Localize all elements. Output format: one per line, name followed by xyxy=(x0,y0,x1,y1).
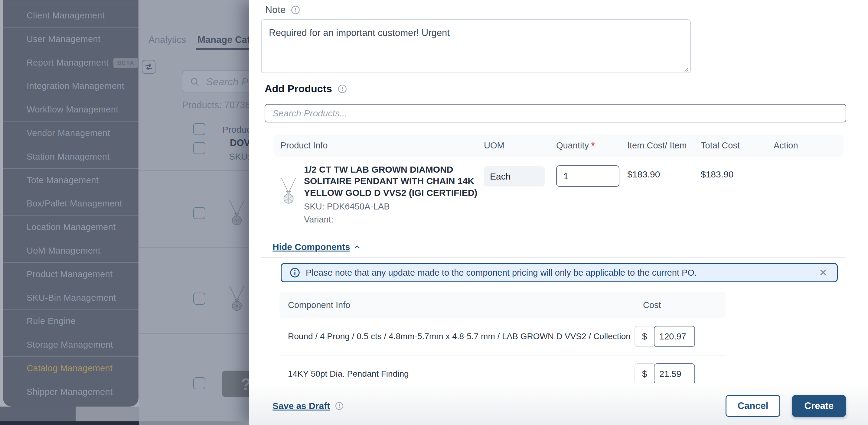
tab-analytics[interactable]: Analytics xyxy=(149,34,186,45)
sidebar-item-uom-management[interactable]: UoM Management xyxy=(3,239,138,262)
background-search-input[interactable]: Search Prod xyxy=(182,70,249,93)
active-tab-underline xyxy=(196,48,249,50)
currency-prefix: $ xyxy=(634,363,654,385)
sidebar-item-product-management[interactable]: Product Management xyxy=(3,262,138,286)
quantity-input[interactable] xyxy=(556,165,619,187)
row-checkbox[interactable] xyxy=(193,377,205,389)
sidebar-item-box-pallet-management[interactable]: Box/Pallet Management xyxy=(3,192,138,215)
product-image xyxy=(280,178,297,205)
missing-image-placeholder: ? xyxy=(222,370,249,397)
swap-arrows-icon xyxy=(144,62,153,71)
select-all-checkbox[interactable] xyxy=(193,123,205,135)
background-column-product: Produc xyxy=(222,125,249,135)
sidebar-item-label: Report Management xyxy=(27,58,108,67)
info-icon[interactable] xyxy=(338,84,347,94)
notice-text: Please note that any update made to the … xyxy=(306,268,817,278)
cancel-button[interactable]: Cancel xyxy=(725,395,780,417)
app-root: Client Management User Management Report… xyxy=(0,0,868,425)
components-table-header: Component Info Cost xyxy=(279,292,725,318)
column-total-cost: Total Cost xyxy=(695,140,768,151)
uom-value: Each xyxy=(484,166,545,187)
sidebar-item-storage-management[interactable]: Storage Management xyxy=(3,333,138,356)
page-background: Analytics Manage Catalog Search Prod Pro… xyxy=(139,0,249,425)
section-divider xyxy=(261,257,846,258)
total-cost-value: $183.90 xyxy=(701,169,768,179)
column-quantity: Quantity* xyxy=(550,140,621,151)
column-item-cost: Item Cost/ Item xyxy=(621,140,695,151)
pendant-thumbnail xyxy=(228,286,245,313)
row-checkbox[interactable] xyxy=(193,293,205,305)
component-pricing-notice: Please note that any update made to the … xyxy=(281,263,838,282)
tab-manage-catalog[interactable]: Manage Catalog xyxy=(197,34,249,45)
row-divider xyxy=(139,170,249,171)
product-title: 1/2 CT TW LAB GROWN DIAMOND SOLITAIRE PE… xyxy=(304,164,479,199)
sidebar-menu-panel: Client Management User Management Report… xyxy=(3,0,138,406)
row-checkbox[interactable] xyxy=(193,207,205,219)
sidebar-item-vendor-management[interactable]: Vendor Management xyxy=(3,121,138,145)
close-icon[interactable]: ✕ xyxy=(817,267,829,279)
create-po-modal: Note Required for an important customer!… xyxy=(249,0,868,425)
sidebar-item-tote-management[interactable]: Tote Management xyxy=(3,168,138,192)
sidebar: Client Management User Management Report… xyxy=(0,0,139,425)
search-icon xyxy=(190,77,200,87)
horizontal-scrollbar[interactable] xyxy=(0,421,139,425)
sidebar-item-user-management[interactable]: User Management xyxy=(3,27,138,51)
sidebar-item-station-management[interactable]: Station Management xyxy=(3,145,138,168)
beta-badge: BETA xyxy=(114,58,138,68)
sidebar-item-location-management[interactable]: Location Management xyxy=(3,215,138,239)
sidebar-item-report-management[interactable]: Report ManagementBETA xyxy=(3,51,138,74)
item-cost-value: $183.90 xyxy=(627,169,695,179)
save-as-draft-link[interactable]: Save as Draft xyxy=(273,401,344,411)
info-icon[interactable] xyxy=(291,5,300,15)
components-table: Component Info Cost Round / 4 Prong / 0.… xyxy=(279,292,725,392)
row-checkbox[interactable] xyxy=(193,142,205,154)
products-table-header: Product Info UOM Quantity* Item Cost/ It… xyxy=(274,134,843,157)
chevron-up-icon xyxy=(353,243,361,251)
currency-prefix: $ xyxy=(634,326,654,347)
column-cost: Cost xyxy=(634,300,725,310)
sidebar-item-shipper-management[interactable]: Shipper Management xyxy=(3,380,138,403)
info-icon[interactable] xyxy=(335,401,344,411)
sidebar-footer-shadow xyxy=(0,406,75,421)
hide-components-toggle[interactable]: Hide Components xyxy=(273,242,361,252)
sidebar-item-catalog-management[interactable]: Catalog Management xyxy=(3,356,138,380)
component-cost-group: $ xyxy=(634,363,725,385)
note-label-row: Note xyxy=(265,4,300,15)
component-cost-input[interactable] xyxy=(654,363,695,385)
component-cost-group: $ xyxy=(634,326,725,347)
create-button[interactable]: Create xyxy=(792,395,846,417)
component-info: Round / 4 Prong / 0.5 cts / 4.8mm-5.7mm … xyxy=(279,332,634,341)
sidebar-item-workflow-management[interactable]: Workflow Management xyxy=(3,98,138,121)
product-text-block: 1/2 CT TW LAB GROWN DIAMOND SOLITAIRE PE… xyxy=(304,164,479,225)
note-textarea[interactable]: Required for an important customer! Urge… xyxy=(261,19,691,73)
product-row: 1/2 CT TW LAB GROWN DIAMOND SOLITAIRE PE… xyxy=(274,157,843,225)
products-count: Products: 70736 xyxy=(182,100,249,111)
sidebar-item-rule-engine[interactable]: Rule Engine xyxy=(3,309,138,333)
background-search-placeholder: Search Prod xyxy=(206,76,249,88)
products-table: Product Info UOM Quantity* Item Cost/ It… xyxy=(274,134,843,225)
sidebar-item-client-management[interactable]: Client Management xyxy=(3,4,138,27)
add-products-heading-row: Add Products xyxy=(265,83,347,95)
horizontal-scrollbar-track xyxy=(139,421,249,425)
sidebar-item-integration-management[interactable]: Integration Management xyxy=(3,74,138,98)
row-divider xyxy=(139,247,249,248)
resize-handle-icon[interactable] xyxy=(682,65,689,72)
component-cost-input[interactable] xyxy=(654,326,695,347)
background-row-title: DOVI xyxy=(230,137,249,149)
action-cell xyxy=(768,164,843,225)
add-products-heading: Add Products xyxy=(265,83,332,95)
product-variant: Variant: xyxy=(304,215,479,225)
column-product-info: Product Info xyxy=(274,140,478,151)
component-row: Round / 4 Prong / 0.5 cts / 4.8mm-5.7mm … xyxy=(279,318,725,355)
component-info: 14KY 50pt Dia. Pendant Finding xyxy=(279,369,634,379)
column-component-info: Component Info xyxy=(279,300,634,310)
pendant-thumbnail xyxy=(228,200,245,227)
sidebar-item-sku-bin-management[interactable]: SKU-Bin Management xyxy=(3,286,138,309)
background-row-sku: SKU: xyxy=(229,152,249,162)
product-search-input[interactable] xyxy=(265,104,846,123)
note-label: Note xyxy=(265,4,286,15)
column-action: Action xyxy=(768,140,843,151)
collapse-panel-button[interactable] xyxy=(142,60,155,74)
sidebar-menu: Client Management User Management Report… xyxy=(3,4,138,403)
product-sku: SKU: PDK6450A-LAB xyxy=(304,202,479,211)
